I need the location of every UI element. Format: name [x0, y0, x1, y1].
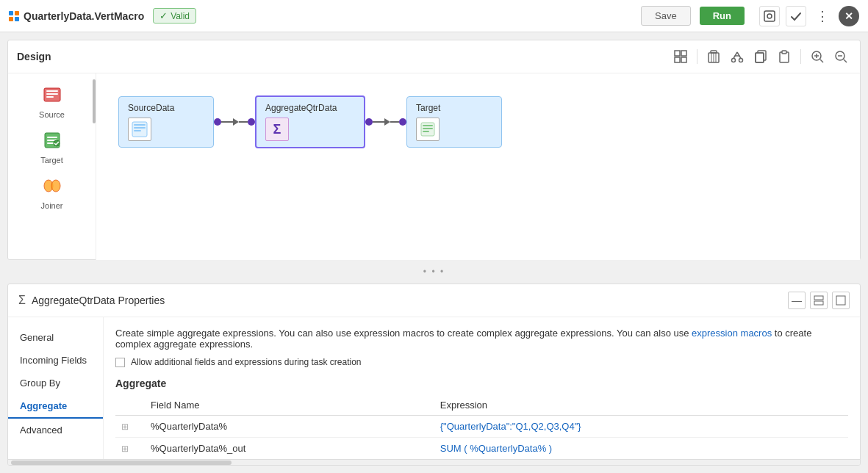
svg-rect-48 [814, 301, 823, 305]
aggregate-section: Aggregate Field Name Expression ⊞ [115, 378, 848, 459]
source-icon [43, 85, 62, 107]
topbar-icons: ⋮ ✕ [759, 6, 859, 26]
valid-label: Valid [171, 11, 190, 21]
more-button[interactable]: ⋮ [812, 6, 833, 26]
svg-rect-29 [46, 90, 58, 92]
arrow-2 [365, 118, 406, 126]
svg-line-27 [844, 59, 847, 62]
svg-point-12 [739, 59, 743, 62]
component-sidebar: Source Target [8, 73, 96, 260]
nav-incoming-fields[interactable]: Incoming Fields [8, 349, 103, 372]
arrow-head-1 [233, 118, 239, 126]
svg-rect-35 [47, 142, 54, 144]
target-icon [43, 131, 62, 153]
delete-button[interactable] [703, 46, 724, 67]
svg-rect-33 [47, 137, 57, 138]
nav-general[interactable]: General [8, 326, 103, 349]
arrow-line-1b [239, 121, 248, 123]
allow-fields-row: Allow additional fields and expressions … [115, 357, 848, 367]
close-button[interactable]: ✕ [839, 6, 859, 26]
col-expression-header: Expression [434, 395, 848, 416]
zoom-out-button[interactable] [831, 46, 851, 67]
horizontal-scrollbar[interactable] [8, 459, 860, 465]
design-panel: Design [7, 40, 861, 260]
sourcedata-title: SourceData [128, 103, 204, 113]
props-float-button[interactable] [832, 292, 850, 309]
row2-field: %QuarterlyData%_out [145, 438, 434, 460]
flow-container: SourceData [118, 95, 502, 148]
arrow-circle-3 [365, 118, 373, 126]
sidebar-item-source[interactable]: Source [8, 79, 96, 125]
zoom-in-button[interactable] [807, 46, 828, 67]
allow-fields-label: Allow additional fields and expressions … [131, 357, 362, 367]
table-row[interactable]: ⊞ %QuarterlyData% {"QuarterlyData":"Q1,Q… [115, 416, 848, 438]
svg-rect-2 [675, 51, 680, 56]
row1-expression: {"QuarterlyData":"Q1,Q2,Q3,Q4"} [434, 416, 848, 438]
aggregate-section-title: Aggregate [115, 378, 848, 389]
app-name: QuarterlyData.VertMacro [24, 10, 144, 22]
sourcedata-node[interactable]: SourceData [118, 96, 214, 148]
svg-rect-47 [814, 296, 823, 300]
arrow-head-2 [384, 118, 390, 126]
properties-panel: Σ AggregateQtrData Properties — General … [7, 284, 861, 466]
source-label: Source [39, 110, 65, 119]
logo-dot-br [15, 17, 19, 21]
nav-advanced[interactable]: Advanced [8, 419, 103, 441]
props-minimize-button[interactable]: — [788, 292, 806, 309]
cut-button[interactable] [727, 46, 747, 67]
sidebar-scrollbar[interactable] [93, 79, 96, 123]
topbar: QuarterlyData.VertMacro ✓ Valid Save Run… [0, 0, 868, 32]
aggregate-title: AggregateQtrData [265, 103, 355, 113]
main-content: Design [0, 32, 868, 473]
arrow-line-2b [390, 121, 399, 123]
design-header: Design [8, 40, 860, 73]
check-button[interactable] [786, 6, 806, 26]
aggregate-node[interactable]: AggregateQtrData Σ [255, 95, 365, 148]
svg-line-24 [820, 59, 823, 62]
expression-macros-link[interactable]: expression macros [692, 328, 772, 339]
svg-rect-10 [711, 51, 717, 53]
arrow-line-2a [373, 121, 384, 123]
save-button[interactable]: Save [641, 6, 691, 26]
joiner-icon [43, 176, 62, 198]
svg-rect-45 [423, 128, 433, 129]
svg-rect-46 [423, 131, 429, 132]
props-sigma-icon: Σ [18, 294, 26, 307]
scrollbar-thumb[interactable] [11, 461, 232, 465]
copy-button[interactable] [750, 46, 771, 67]
flow-canvas[interactable]: SourceData [96, 73, 860, 260]
grid-view-button[interactable] [670, 46, 691, 67]
props-split-button[interactable] [810, 292, 828, 309]
allow-fields-checkbox[interactable] [115, 358, 125, 367]
svg-rect-3 [681, 51, 686, 56]
logo-dot-bl [9, 17, 13, 21]
design-body: Source Target [8, 73, 860, 260]
svg-rect-17 [756, 53, 764, 62]
sidebar-item-joiner[interactable]: Joiner [8, 170, 96, 216]
svg-rect-42 [134, 130, 141, 131]
svg-rect-49 [836, 296, 845, 305]
preview-button[interactable] [759, 6, 780, 26]
run-button[interactable]: Run [700, 7, 745, 25]
nav-aggregate[interactable]: Aggregate [8, 394, 103, 419]
row1-icon: ⊞ [115, 416, 145, 438]
nav-group-by[interactable]: Group By [8, 372, 103, 394]
resizer[interactable]: • • • [7, 267, 861, 276]
svg-point-38 [51, 180, 60, 192]
target-label: Target [40, 156, 63, 165]
logo-dot-tr [15, 11, 19, 15]
paste-button[interactable] [774, 46, 795, 67]
row2-expression: SUM ( %QuarterlyData% ) [434, 438, 848, 460]
table-header-row: Field Name Expression [115, 395, 848, 416]
sidebar-item-target[interactable]: Target [8, 125, 96, 170]
props-content: Create simple aggregate expressions. You… [104, 317, 860, 459]
table-row[interactable]: ⊞ %QuarterlyData%_out SUM ( %QuarterlyDa… [115, 438, 848, 460]
props-title-text: AggregateQtrData Properties [32, 295, 165, 306]
arrow-1 [214, 118, 255, 126]
aggregate-table: Field Name Expression ⊞ %QuarterlyData% … [115, 395, 848, 459]
target-title: Target [416, 103, 492, 113]
target-node[interactable]: Target [406, 96, 502, 148]
arrow-line-1a [221, 121, 233, 123]
aggregate-icon: Σ [265, 118, 289, 141]
logo-icon [9, 11, 19, 21]
